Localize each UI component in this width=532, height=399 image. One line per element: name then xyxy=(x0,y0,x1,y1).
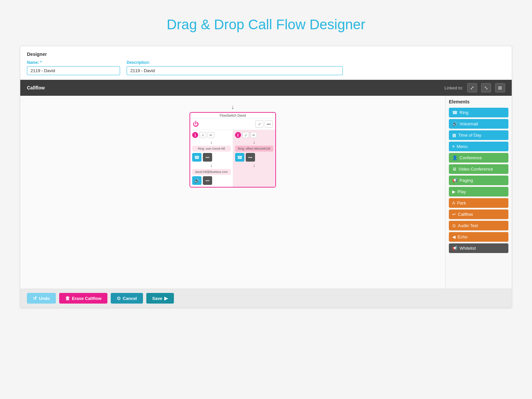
element-ring[interactable]: ☎ Ring xyxy=(449,108,508,117)
designer-label: Designer xyxy=(27,52,505,57)
callflow-icon: ↩ xyxy=(452,212,456,217)
page-title: Drag & Drop Call Flow Designer xyxy=(13,10,519,33)
element-videoconference[interactable]: 🖥 Video Conference xyxy=(449,164,508,174)
timeofday-icon: ▦ xyxy=(452,133,456,138)
ring-2-box: Ring: offset 0861648106 xyxy=(235,146,274,152)
element-echo[interactable]: ◀ Echo xyxy=(449,232,508,242)
element-paging[interactable]: 📢 Paging xyxy=(449,176,508,185)
undo-label: Undo xyxy=(39,296,50,301)
branch-2-arrow: ↓ xyxy=(235,139,274,145)
branch-1-num: 1 xyxy=(192,132,198,138)
branch-1-edit-btn[interactable]: ✏ xyxy=(207,132,214,138)
paging-icon: 📢 xyxy=(452,178,458,183)
vm-more-btn[interactable]: ••• xyxy=(203,176,212,185)
audiotest-label: Audio Test xyxy=(458,223,478,228)
branch-1-arrow: ↓ xyxy=(192,139,231,145)
ring-1-box: Ring: user David.Hill xyxy=(192,146,231,152)
voicemail-label: Voicemail xyxy=(460,121,478,126)
ring-1-more-btn[interactable]: ••• xyxy=(203,153,212,162)
callflow-label: Callflow xyxy=(27,85,45,90)
ring-2-more-btn[interactable]: ••• xyxy=(246,153,255,162)
save-button[interactable]: Save ▶ xyxy=(146,293,174,304)
branch-2-num: 2 xyxy=(235,132,241,138)
park-label: Park xyxy=(457,200,466,205)
audiotest-icon: ⊙ xyxy=(452,223,456,228)
link-icon-btn-1[interactable]: ⤢ xyxy=(467,83,477,92)
paging-label: Paging xyxy=(460,178,473,183)
flow-switch-title: FlowSwitch David xyxy=(190,113,275,118)
element-callflow[interactable]: ↩ Callflow xyxy=(449,209,508,219)
timeofday-label: Time of Day xyxy=(458,133,481,138)
erase-callflow-button[interactable]: 🗑 Erase Callflow xyxy=(59,293,107,304)
flow-switch-card: FlowSwitch David ⏻ ⤢ ••• xyxy=(190,112,276,188)
link-icon-btn-2[interactable]: ⤡ xyxy=(481,83,491,92)
save-icon: ▶ xyxy=(164,296,168,301)
conference-icon: 👤 xyxy=(452,155,458,160)
ring-label: Ring xyxy=(460,110,468,115)
more-btn[interactable]: ••• xyxy=(265,120,273,128)
voicemail-box: david.hill@blueface.com xyxy=(192,169,231,175)
erase-icon: 🗑 xyxy=(65,296,70,301)
save-label: Save xyxy=(152,296,162,301)
element-whitelist[interactable]: 📢 Whitelist xyxy=(449,243,508,253)
branch-1-link-btn[interactable]: ⤢ xyxy=(200,132,206,138)
expand-btn[interactable]: ⤢ xyxy=(255,120,263,128)
cancel-label: Cancel xyxy=(123,296,137,301)
name-input[interactable] xyxy=(27,66,120,75)
conference-label: Conference xyxy=(460,155,482,160)
whitelist-icon: 📢 xyxy=(452,246,458,251)
undo-icon: ↺ xyxy=(33,296,37,301)
branch-2-bottom-arrow: ↓ xyxy=(235,163,274,168)
elements-panel: Elements ☎ Ring 🔊 Voicemail ▦ Time of Da… xyxy=(445,96,512,289)
vm-speaker-btn[interactable]: 🔊 xyxy=(192,176,201,185)
play-icon: ▶ xyxy=(452,189,456,194)
linked-to-label: Linked to: xyxy=(445,85,463,90)
ring-1-call-btn[interactable]: ☎ xyxy=(192,153,201,162)
echo-label: Echo xyxy=(458,234,467,239)
branch-1-bottom-arrow: ↓ xyxy=(192,163,231,168)
undo-button[interactable]: ↺ Undo xyxy=(27,293,56,304)
park-icon: A xyxy=(452,200,455,205)
voicemail-icon: 🔊 xyxy=(452,121,458,126)
name-label: Name: * xyxy=(27,60,120,65)
element-menu[interactable]: ≡ Menu xyxy=(449,142,508,151)
element-audiotest[interactable]: ⊙ Audio Test xyxy=(449,221,508,230)
elements-title: Elements xyxy=(449,99,508,104)
description-input[interactable] xyxy=(127,66,343,75)
erase-label: Erase Callflow xyxy=(72,296,101,301)
branch-2-edit-btn[interactable]: ✏ xyxy=(250,132,257,138)
ring-2-call-btn[interactable]: ☎ xyxy=(235,153,244,162)
cancel-icon: ⊙ xyxy=(117,296,121,301)
ring-icon: ☎ xyxy=(452,110,458,115)
videoconference-icon: 🖥 xyxy=(452,167,457,172)
cancel-button[interactable]: ⊙ Cancel xyxy=(111,293,143,304)
branch-2-link-btn[interactable]: ⤢ xyxy=(242,132,249,138)
element-timeofday[interactable]: ▦ Time of Day xyxy=(449,130,508,140)
element-conference[interactable]: 👤 Conference xyxy=(449,153,508,163)
menu-label: Menu xyxy=(457,144,468,149)
menu-icon: ≡ xyxy=(452,144,455,149)
element-voicemail[interactable]: 🔊 Voicemail xyxy=(449,119,508,129)
top-arrow: ↓ xyxy=(231,104,234,111)
branch-2: 2 ⤢ ✏ ↓ Ring: offset 0861648106 ☎ ••• xyxy=(233,130,276,187)
whitelist-label: Whitelist xyxy=(460,246,476,251)
videoconference-label: Video Conference xyxy=(459,167,493,172)
branch-1: 1 ⤢ ✏ ↓ Ring: user David.Hill ☎ ••• xyxy=(190,130,233,187)
power-icon: ⏻ xyxy=(193,121,199,128)
element-park[interactable]: A Park xyxy=(449,198,508,208)
echo-icon: ◀ xyxy=(452,234,456,239)
play-label: Play xyxy=(458,189,466,194)
description-label: Description: xyxy=(127,60,343,65)
callflow-label: Callflow xyxy=(458,212,473,217)
element-play[interactable]: ▶ Play xyxy=(449,187,508,197)
bottom-toolbar: ↺ Undo 🗑 Erase Callflow ⊙ Cancel Save ▶ xyxy=(20,289,512,308)
link-icon-btn-3[interactable]: ⊞ xyxy=(495,83,505,92)
